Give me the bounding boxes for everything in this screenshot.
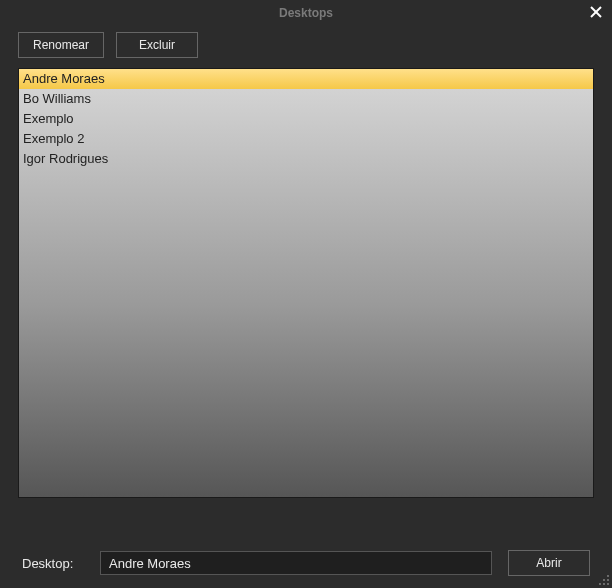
open-button[interactable]: Abrir	[508, 550, 590, 576]
toolbar: Renomear Excluir	[0, 26, 612, 68]
rename-button[interactable]: Renomear	[18, 32, 104, 58]
delete-button[interactable]: Excluir	[116, 32, 198, 58]
list-item[interactable]: Bo Williams	[19, 89, 593, 109]
close-icon	[590, 4, 602, 21]
window-title: Desktops	[279, 6, 333, 20]
list-item[interactable]: Exemplo	[19, 109, 593, 129]
desktops-listbox[interactable]: Andre MoraesBo WilliamsExemploExemplo 2I…	[18, 68, 594, 498]
list-item[interactable]: Igor Rodrigues	[19, 149, 593, 169]
desktop-label: Desktop:	[22, 556, 84, 571]
close-button[interactable]	[586, 2, 606, 22]
titlebar: Desktops	[0, 0, 612, 26]
list-item[interactable]: Exemplo 2	[19, 129, 593, 149]
list-item[interactable]: Andre Moraes	[19, 69, 593, 89]
desktop-name-input[interactable]	[100, 551, 492, 575]
footer: Desktop: Abrir	[0, 538, 612, 588]
